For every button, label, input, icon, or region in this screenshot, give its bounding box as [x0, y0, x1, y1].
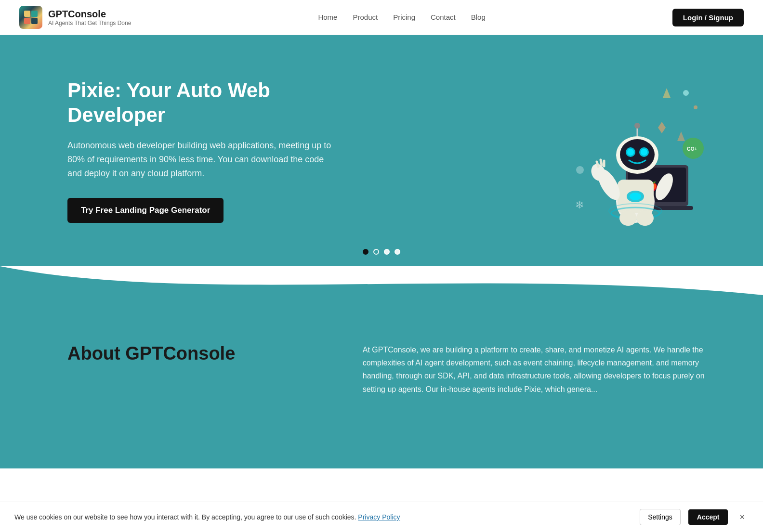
- nav-pricing[interactable]: Pricing: [393, 13, 415, 21]
- svg-marker-38: [658, 122, 666, 133]
- svg-point-24: [641, 149, 647, 156]
- wave-separator: [0, 266, 763, 305]
- svg-rect-2: [24, 18, 30, 24]
- nav-home[interactable]: Home: [318, 13, 337, 21]
- wave-svg: [0, 266, 763, 305]
- svg-point-4: [683, 90, 689, 96]
- carousel-dots: [363, 249, 400, 255]
- hero-section: Pixie: Your Auto Web Developer Autonomou…: [0, 35, 763, 266]
- carousel-dot-2[interactable]: [373, 249, 379, 255]
- svg-text:GO+: GO+: [687, 146, 697, 152]
- svg-point-5: [694, 105, 697, 109]
- svg-rect-3: [31, 18, 38, 24]
- about-description: At GPTConsole, we are building a platfor…: [363, 343, 715, 396]
- nav-product[interactable]: Product: [353, 13, 378, 21]
- nav-links: Home Product Pricing Contact Blog: [318, 13, 485, 22]
- hero-image: GO+ 🍎: [541, 74, 724, 228]
- nav-contact[interactable]: Contact: [431, 13, 456, 21]
- carousel-dot-4[interactable]: [395, 249, 400, 255]
- about-section: About GPTConsole At GPTConsole, we are b…: [0, 305, 763, 468]
- brand-name: GPTConsole: [48, 9, 131, 20]
- about-left: About GPTConsole: [0, 305, 343, 468]
- login-signup-button[interactable]: Login / Signup: [672, 9, 744, 26]
- svg-text:❄: ❄: [575, 199, 584, 211]
- svg-marker-8: [677, 131, 685, 141]
- svg-point-22: [627, 149, 634, 156]
- svg-line-30: [601, 160, 602, 165]
- svg-point-7: [576, 166, 584, 174]
- svg-point-36: [636, 210, 654, 226]
- navbar: GPTConsole AI Agents That Get Things Don…: [0, 0, 763, 35]
- carousel-dot-3[interactable]: [384, 249, 390, 255]
- svg-point-18: [630, 193, 641, 200]
- svg-point-26: [634, 123, 640, 129]
- about-title: About GPTConsole: [67, 343, 235, 364]
- brand-name-group: GPTConsole AI Agents That Get Things Don…: [48, 9, 131, 26]
- brand-logo: [19, 6, 42, 29]
- svg-point-35: [619, 210, 637, 226]
- hero-cta-button[interactable]: Try Free Landing Page Generator: [67, 198, 224, 223]
- brand: GPTConsole AI Agents That Get Things Don…: [19, 6, 131, 29]
- hero-title: Pixie: Your Auto Web Developer: [67, 78, 337, 127]
- svg-rect-0: [24, 11, 30, 17]
- svg-line-29: [597, 162, 598, 167]
- robot-illustration: GO+ 🍎: [551, 74, 715, 228]
- brand-tagline: AI Agents That Get Things Done: [48, 20, 131, 26]
- svg-rect-1: [31, 11, 38, 17]
- about-right: At GPTConsole, we are building a platfor…: [343, 305, 763, 468]
- carousel-dot-1[interactable]: [363, 249, 368, 255]
- svg-marker-6: [663, 88, 671, 98]
- hero-content: Pixie: Your Auto Web Developer Autonomou…: [67, 78, 337, 222]
- hero-description: Autonomous web developer building web ap…: [67, 139, 337, 180]
- svg-point-20: [620, 139, 655, 170]
- nav-blog[interactable]: Blog: [471, 13, 486, 21]
